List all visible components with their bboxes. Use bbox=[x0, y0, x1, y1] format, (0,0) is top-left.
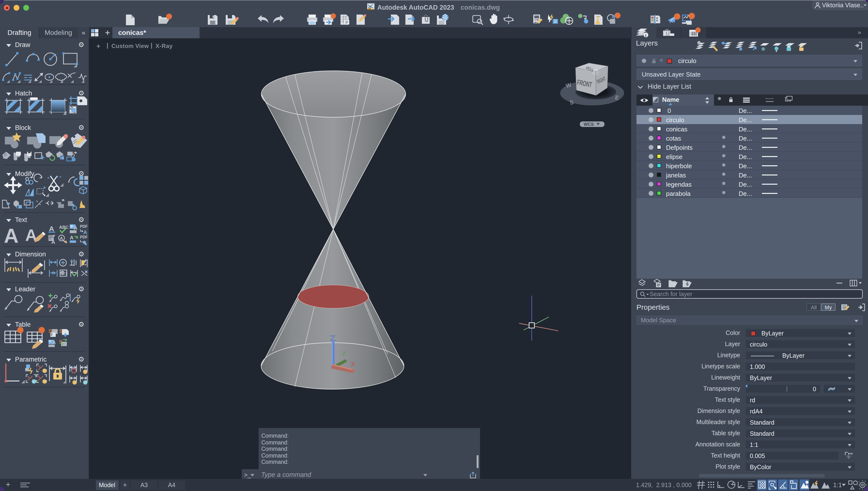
svg-text:A: A bbox=[83, 229, 87, 235]
svg-text:❄: ❄ bbox=[761, 46, 765, 52]
svg-text:PDF: PDF bbox=[80, 235, 88, 239]
svg-text:A: A bbox=[73, 225, 78, 231]
svg-text:i: i bbox=[645, 33, 646, 38]
svg-text:A: A bbox=[49, 225, 54, 233]
svg-text:A: A bbox=[51, 239, 55, 245]
svg-text:x: x bbox=[85, 269, 88, 274]
svg-text:.1: .1 bbox=[64, 271, 67, 276]
svg-text:A: A bbox=[4, 224, 19, 247]
svg-text:WCS: WCS bbox=[584, 122, 594, 127]
svg-text:A: A bbox=[60, 236, 63, 241]
svg-text:A: A bbox=[52, 340, 56, 345]
svg-text:ABC: ABC bbox=[59, 225, 68, 230]
svg-text:PDF: PDF bbox=[80, 224, 88, 229]
svg-text:A: A bbox=[70, 235, 73, 241]
svg-text:1:1: 1:1 bbox=[833, 481, 842, 489]
